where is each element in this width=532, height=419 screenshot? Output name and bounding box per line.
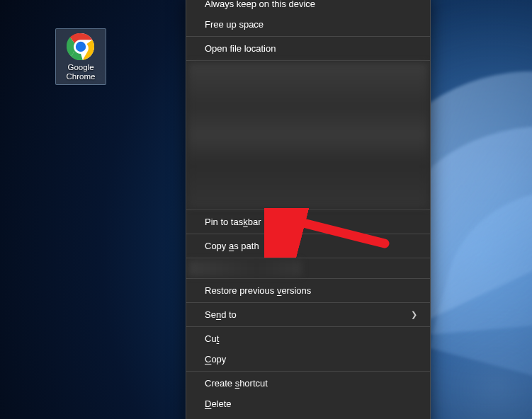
menu-item-always-keep[interactable]: Always keep on this device xyxy=(186,0,430,14)
menu-item-label: Restore previous versions xyxy=(205,285,311,296)
menu-divider xyxy=(186,234,430,234)
menu-item-label: Copy xyxy=(205,354,226,365)
menu-item-send-to[interactable]: Send to ❯ xyxy=(186,304,430,325)
menu-item-label: Cut xyxy=(205,333,219,344)
menu-divider xyxy=(186,258,430,258)
menu-divider xyxy=(186,302,430,303)
redacted-block xyxy=(188,260,302,276)
menu-item-label: Send to xyxy=(205,309,237,320)
menu-divider xyxy=(186,60,430,61)
menu-divider xyxy=(186,210,430,210)
menu-item-open-file-location[interactable]: Open file location xyxy=(186,38,430,59)
menu-item-label: Always keep on this device xyxy=(205,0,315,9)
menu-item-label: Open file location xyxy=(205,43,276,54)
svg-point-2 xyxy=(76,42,86,52)
menu-item-label: Copy as path xyxy=(205,241,259,251)
menu-item-restore-previous-versions[interactable]: Restore previous versions xyxy=(186,280,430,301)
menu-item-copy[interactable]: Copy xyxy=(186,349,430,369)
menu-item-pin-to-taskbar[interactable]: Pin to taskbar xyxy=(186,212,430,232)
menu-divider xyxy=(186,326,430,327)
desktop-icon-label: Google Chrome xyxy=(57,63,104,81)
chevron-right-icon: ❯ xyxy=(411,310,417,319)
menu-item-label: Free up space xyxy=(205,19,264,30)
desktop-icon-chrome[interactable]: Google Chrome xyxy=(55,28,106,85)
menu-item-copy-as-path[interactable]: Copy as path xyxy=(186,236,430,256)
menu-divider xyxy=(186,278,430,279)
menu-item-label: Create shortcut xyxy=(205,378,268,389)
menu-item-label: Delete xyxy=(205,398,232,409)
menu-divider xyxy=(186,371,430,372)
menu-item-cut[interactable]: Cut xyxy=(186,328,430,349)
chrome-icon xyxy=(66,32,96,62)
redacted-block xyxy=(188,63,428,207)
menu-item-rename[interactable]: Rename xyxy=(186,414,430,419)
menu-item-create-shortcut[interactable]: Create shortcut xyxy=(186,373,430,394)
menu-item-free-up[interactable]: Free up space xyxy=(186,14,430,35)
menu-divider xyxy=(186,36,430,37)
menu-item-delete[interactable]: Delete xyxy=(186,394,430,414)
menu-item-label: Pin to taskbar xyxy=(205,217,261,227)
context-menu: Always keep on this device Free up space… xyxy=(186,0,431,419)
